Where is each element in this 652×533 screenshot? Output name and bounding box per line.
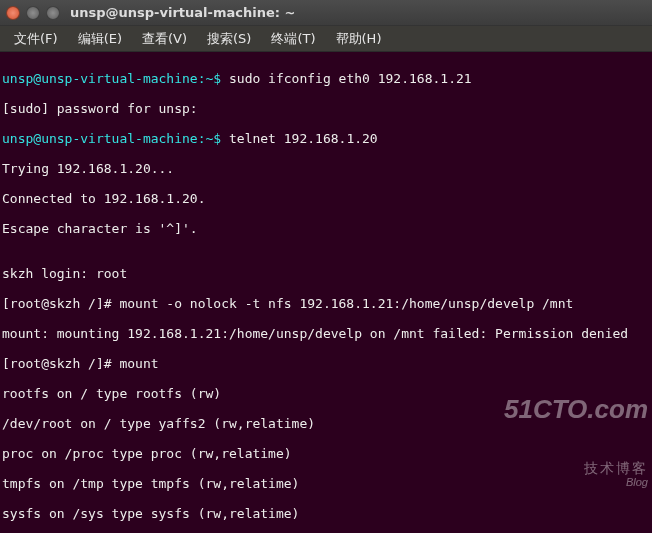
output-line: [sudo] password for unsp: [2, 101, 650, 116]
output-line: rootfs on / type rootfs (rw) [2, 386, 650, 401]
output-line: Connected to 192.168.1.20. [2, 191, 650, 206]
window-controls [6, 6, 60, 20]
output-line: /dev/root on / type yaffs2 (rw,relatime) [2, 416, 650, 431]
terminal-output[interactable]: unsp@unsp-virtual-machine:~$ sudo ifconf… [0, 52, 652, 533]
command-text: sudo ifconfig eth0 192.168.1.21 [221, 71, 471, 86]
output-line: skzh login: root [2, 266, 650, 281]
command-text: telnet 192.168.1.20 [221, 131, 378, 146]
menubar: 文件(F) 编辑(E) 查看(V) 搜索(S) 终端(T) 帮助(H) [0, 26, 652, 52]
prompt: unsp@unsp-virtual-machine:~$ [2, 71, 221, 86]
watermark-text: 技术博客 [584, 460, 648, 476]
minimize-button[interactable] [26, 6, 40, 20]
close-button[interactable] [6, 6, 20, 20]
output-line: [root@skzh /]# mount [2, 356, 650, 371]
output-line: mount: mounting 192.168.1.21:/home/unsp/… [2, 326, 650, 341]
output-line: proc on /proc type proc (rw,relatime) [2, 446, 650, 461]
prompt: unsp@unsp-virtual-machine:~$ [2, 131, 221, 146]
menu-edit[interactable]: 编辑(E) [70, 28, 130, 50]
output-line: tmpfs on /tmp type tmpfs (rw,relatime) [2, 476, 650, 491]
output-line: Trying 192.168.1.20... [2, 161, 650, 176]
output-line: sysfs on /sys type sysfs (rw,relatime) [2, 506, 650, 521]
output-line: [root@skzh /]# mount -o nolock -t nfs 19… [2, 296, 650, 311]
menu-terminal[interactable]: 终端(T) [263, 28, 323, 50]
menu-search[interactable]: 搜索(S) [199, 28, 259, 50]
window-title: unsp@unsp-virtual-machine: ~ [70, 5, 295, 20]
maximize-button[interactable] [46, 6, 60, 20]
menu-view[interactable]: 查看(V) [134, 28, 195, 50]
output-line: Escape character is '^]'. [2, 221, 650, 236]
menu-file[interactable]: 文件(F) [6, 28, 66, 50]
window-titlebar: unsp@unsp-virtual-machine: ~ [0, 0, 652, 26]
menu-help[interactable]: 帮助(H) [328, 28, 390, 50]
